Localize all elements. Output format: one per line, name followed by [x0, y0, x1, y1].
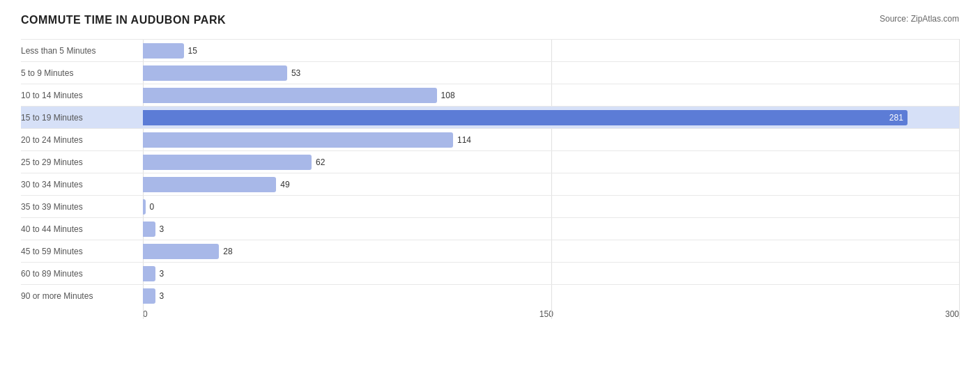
bar-container: 53	[143, 65, 959, 81]
x-axis-label: 150	[539, 309, 553, 319]
bar-row: 15 to 19 Minutes281	[21, 106, 959, 128]
bar-value: 15	[188, 46, 197, 56]
bars-container: Less than 5 Minutes155 to 9 Minutes5310 …	[21, 39, 959, 306]
bar-container: 62	[143, 155, 959, 170]
bar-label: 15 to 19 Minutes	[21, 113, 143, 123]
bar-row: 35 to 39 Minutes0	[21, 195, 959, 217]
bar-value: 281	[889, 113, 903, 123]
bar-container: 281	[143, 110, 959, 125]
bar-container: 108	[143, 88, 959, 103]
bar-label: 20 to 24 Minutes	[21, 135, 143, 145]
chart-source: Source: ZipAtlas.com	[880, 14, 959, 24]
bar-row: 60 to 89 Minutes3	[21, 262, 959, 284]
bar-row: 5 to 9 Minutes53	[21, 61, 959, 84]
bar-row: 30 to 34 Minutes49	[21, 173, 959, 195]
bar-value: 3	[160, 224, 164, 234]
bar-fill	[143, 65, 287, 81]
bar-fill	[143, 155, 312, 170]
bar-container: 15	[143, 43, 959, 59]
bar-row: 10 to 14 Minutes108	[21, 84, 959, 106]
bar-value: 108	[441, 91, 455, 100]
bar-container: 3	[143, 266, 959, 281]
bar-fill	[143, 177, 276, 192]
bar-container: 3	[143, 288, 959, 304]
bar-container: 3	[143, 222, 959, 237]
x-axis-label: 0	[143, 309, 148, 319]
bar-value: 114	[457, 135, 471, 145]
bar-label: 5 to 9 Minutes	[21, 68, 143, 78]
chart-header: COMMUTE TIME IN AUDUBON PARK Source: Zip…	[21, 14, 959, 26]
bar-fill	[143, 222, 155, 237]
bar-container: 28	[143, 244, 959, 259]
chart-area: Less than 5 Minutes155 to 9 Minutes5310 …	[21, 39, 959, 319]
bar-value: 49	[280, 180, 289, 189]
bar-label: 90 or more Minutes	[21, 291, 143, 301]
bar-fill	[143, 199, 146, 215]
bar-container: 0	[143, 199, 959, 215]
grid-line	[959, 39, 960, 319]
bar-label: 25 to 29 Minutes	[21, 157, 143, 167]
bar-row: Less than 5 Minutes15	[21, 39, 959, 61]
bar-fill	[143, 132, 453, 148]
bar-label: Less than 5 Minutes	[21, 46, 143, 56]
bar-row: 25 to 29 Minutes62	[21, 150, 959, 173]
bar-label: 10 to 14 Minutes	[21, 91, 143, 100]
bar-fill	[143, 288, 155, 304]
bar-value: 62	[316, 157, 325, 167]
bar-value: 28	[223, 247, 232, 256]
bar-value: 3	[160, 291, 164, 301]
x-axis: 0150300	[21, 309, 959, 319]
bar-fill	[143, 244, 219, 259]
bar-label: 60 to 89 Minutes	[21, 269, 143, 279]
bar-container: 49	[143, 177, 959, 192]
bar-row: 90 or more Minutes3	[21, 284, 959, 306]
bar-fill	[143, 88, 437, 103]
chart-wrapper: COMMUTE TIME IN AUDUBON PARK Source: Zip…	[21, 14, 959, 319]
bar-value: 53	[291, 68, 300, 78]
bar-label: 40 to 44 Minutes	[21, 224, 143, 234]
x-axis-label: 300	[945, 309, 959, 319]
bar-label: 45 to 59 Minutes	[21, 247, 143, 256]
bar-label: 30 to 34 Minutes	[21, 180, 143, 189]
bar-row: 40 to 44 Minutes3	[21, 217, 959, 240]
bar-label: 35 to 39 Minutes	[21, 202, 143, 212]
bar-row: 45 to 59 Minutes28	[21, 240, 959, 262]
bar-container: 114	[143, 132, 959, 148]
bar-fill	[143, 43, 184, 59]
bar-fill	[143, 266, 155, 281]
bar-value: 0	[150, 202, 155, 212]
bar-fill: 281	[143, 110, 908, 125]
chart-title: COMMUTE TIME IN AUDUBON PARK	[21, 14, 226, 26]
x-axis-labels: 0150300	[143, 309, 959, 319]
bar-value: 3	[160, 269, 164, 279]
bar-row: 20 to 24 Minutes114	[21, 128, 959, 150]
